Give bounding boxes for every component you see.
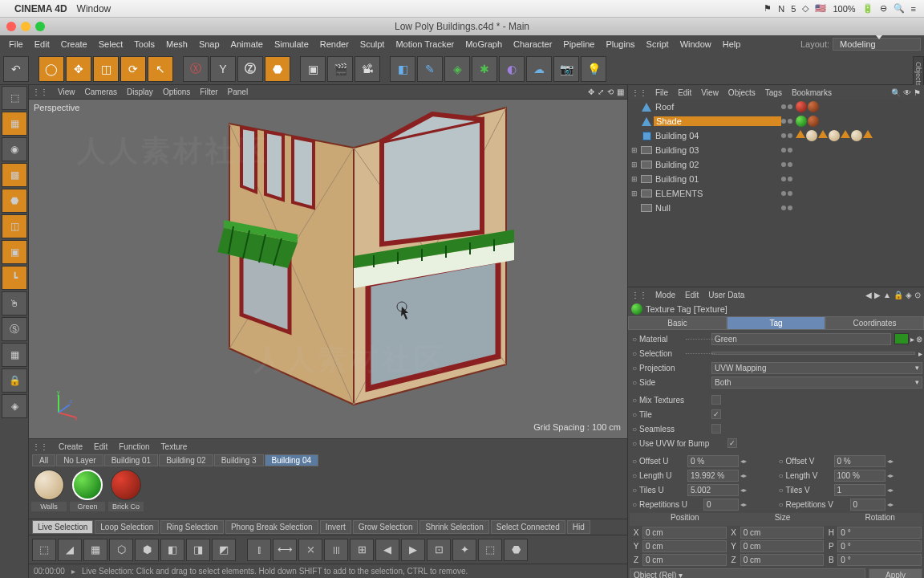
texture-tag[interactable] [808,116,819,127]
menu-pipeline[interactable]: Pipeline [557,39,600,49]
tree-row-building02[interactable]: ⊞Building 02 [628,157,924,172]
menu-window[interactable]: Window [675,39,717,49]
cloner-icon[interactable]: ✱ [472,56,497,82]
lengthu-input[interactable]: 19.992 % [687,470,739,482]
size-z-input[interactable]: 0 cm [740,554,825,566]
projection-dropdown[interactable]: UVW Mapping▾ [711,362,922,374]
attr-nav-fwd[interactable]: ▶ [874,291,881,299]
zoom-button[interactable] [35,22,45,31]
material-clear-icon[interactable]: ⊗ [916,335,922,344]
btool[interactable]: ⬚ [32,539,56,561]
sel-loop[interactable]: Loop Selection [95,520,159,534]
vp-nav-icon[interactable]: ⟲ [607,88,614,96]
pen-tool[interactable]: ✎ [417,56,443,82]
menu-file[interactable]: File [3,39,29,49]
mat-menu-texture[interactable]: Texture [156,442,193,451]
vp-nav-icon[interactable]: ▦ [617,88,624,96]
sys-icon[interactable]: N [778,4,784,14]
scale-tool[interactable]: ◫ [93,56,119,82]
rot-b-input[interactable]: 0 ° [837,554,922,566]
tweak-button[interactable]: 🖱 [2,291,27,315]
rot-p-input[interactable]: 0 ° [837,540,922,552]
sel-invert[interactable]: Invert [320,520,351,534]
points-mode-button[interactable]: ⬣ [2,189,27,213]
selection-picker-icon[interactable]: ▸ [918,349,922,358]
selection-tag[interactable] [841,130,850,138]
btool[interactable]: ⤫ [298,539,322,561]
sel-grow[interactable]: Grow Selection [353,520,419,534]
repu-input[interactable]: 0 [703,499,739,511]
btool[interactable]: ⟷ [273,539,297,561]
texture-tag[interactable] [796,101,807,112]
mat-tab-b01[interactable]: Building 01 [104,454,158,466]
attr-icon[interactable]: ⊙ [914,291,921,299]
lock-button[interactable]: 🔒 [2,368,27,393]
btool[interactable]: ◧ [160,539,184,561]
btool[interactable]: ◀ [375,539,399,561]
texture-mode-button[interactable]: ◉ [2,137,27,161]
seamless-checkbox[interactable] [711,424,721,434]
deformer-icon[interactable]: ◐ [499,56,525,82]
selection-field[interactable] [711,352,915,355]
snap-button[interactable]: Ⓢ [2,317,27,341]
x-axis-toggle[interactable]: Ⓧ [183,56,209,82]
camera-icon[interactable]: 📷 [553,56,579,82]
minimize-button[interactable] [21,22,30,31]
menu-tools[interactable]: Tools [128,39,160,49]
btool[interactable]: ⬡ [109,539,133,561]
size-y-input[interactable]: 0 cm [740,540,825,552]
environment-icon[interactable]: ☁ [526,56,552,82]
pos-x-input[interactable]: 0 cm [642,527,727,539]
btool[interactable]: ⫼ [324,539,348,561]
mat-menu-function[interactable]: Function [113,442,155,451]
move-tool[interactable]: ✥ [66,56,91,82]
btool[interactable]: ⫿ [247,539,271,561]
axis-button[interactable]: ┗ [2,266,27,290]
uvwbump-checkbox[interactable]: ✓ [727,438,737,448]
vp-menu-options[interactable]: Options [158,88,195,96]
obj-menu-view[interactable]: View [696,88,723,97]
make-editable-button[interactable]: ⬚ [2,86,27,110]
workplane-button[interactable]: ▩ [2,163,27,187]
obj-search-icon[interactable]: 🔍 [891,88,901,97]
tree-row-building01[interactable]: ⊞Building 01 [628,172,924,186]
material-preview[interactable] [894,333,909,344]
obj-menu-tags[interactable]: Tags [760,88,787,97]
size-x-input[interactable]: 0 cm [740,527,825,539]
object-tree[interactable]: Roof Shade Building 04 [628,100,924,287]
menu-character[interactable]: Character [508,39,557,49]
pos-z-input[interactable]: 0 cm [642,554,727,566]
sel-connected[interactable]: Select Connected [491,520,565,534]
pos-y-input[interactable]: 0 cm [642,540,727,552]
menu-select[interactable]: Select [93,39,129,49]
edges-mode-button[interactable]: ◫ [2,214,27,238]
offsetv-input[interactable]: 0 % [834,455,886,467]
btool[interactable]: ⬚ [478,539,502,561]
misc-button[interactable]: ◈ [2,394,27,418]
z-axis-toggle[interactable]: Ⓩ [237,56,263,82]
menu-motiontracker[interactable]: Motion Tracker [390,39,460,49]
tilesv-input[interactable]: 1 [834,484,886,496]
workplane-snap-button[interactable]: ▦ [2,343,27,367]
material-green[interactable]: Green [70,470,105,511]
rot-h-input[interactable]: 0 ° [837,527,922,539]
attr-menu-edit[interactable]: Edit [680,291,703,299]
coord-system[interactable]: ⬣ [265,56,290,82]
btool[interactable]: ✦ [452,539,476,561]
polygons-mode-button[interactable]: ▣ [2,240,27,264]
tree-row-roof[interactable]: Roof [628,100,924,114]
close-button[interactable] [6,22,16,31]
render-settings-button[interactable]: 🎬 [327,56,353,82]
tree-row-elements[interactable]: ⊞ELEMENTS [628,186,924,201]
sys-search-icon[interactable]: 🔍 [894,3,905,14]
btool[interactable]: ⬣ [504,539,528,561]
material-brick[interactable]: Brick Co [108,470,144,511]
texture-tag[interactable] [806,130,817,141]
selection-tag[interactable] [796,130,805,138]
btool[interactable]: ▦ [83,539,107,561]
menu-create[interactable]: Create [55,39,93,49]
material-walls[interactable]: Walls [31,470,67,511]
tree-row-building04[interactable]: Building 04 [628,128,924,143]
attr-menu-userdata[interactable]: User Data [703,291,749,299]
render-picture-button[interactable]: 📽 [355,56,380,82]
